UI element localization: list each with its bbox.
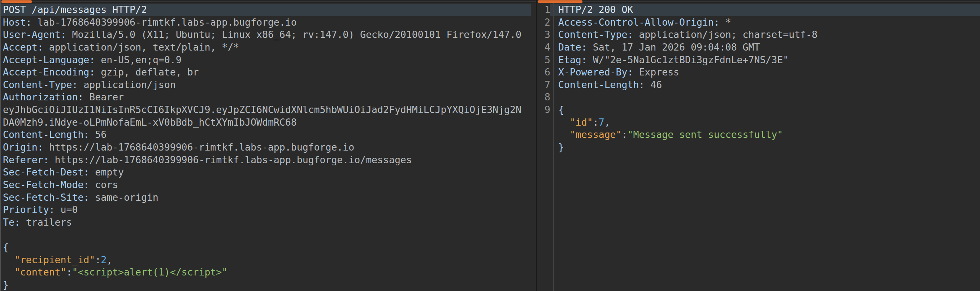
http-message-editor: POST /api/messages HTTP/2Host: lab-17686… <box>0 0 980 291</box>
request-line[interactable]: Referer: https://lab-1768640399906-rimtk… <box>1 154 536 167</box>
code-segment-num: 7 <box>599 117 605 128</box>
line-content: Host: lab-1768640399906-rimtkf.labs-app.… <box>3 16 297 29</box>
request-line[interactable]: Te: trailers <box>1 216 536 229</box>
line-number: 3 <box>537 29 550 41</box>
request-line[interactable]: Content-Length: 56 <box>1 129 536 141</box>
line-content: POST /api/messages HTTP/2 <box>3 3 147 16</box>
code-segment-sep: : <box>593 117 599 128</box>
request-line[interactable]: } <box>1 279 536 291</box>
request-line[interactable] <box>1 229 536 242</box>
response-horizontal-scrollbar[interactable] <box>537 0 980 3</box>
code-segment-hname: Accept-Encoding: <box>3 67 95 78</box>
line-content: Access-Control-Allow-Origin: * <box>550 16 980 29</box>
response-line[interactable]: 3Content-Type: application/json; charset… <box>537 29 980 41</box>
line-content: { <box>550 103 980 116</box>
response-line[interactable]: 4Date: Sat, 17 Jan 2026 09:04:08 GMT <box>537 41 980 54</box>
line-number: 2 <box>537 16 550 29</box>
response-line[interactable]: 9{ <box>537 103 980 116</box>
code-segment-hname: User-Agent: <box>3 29 67 40</box>
code-segment-str: "Message sent successfully" <box>627 129 783 140</box>
line-content: Content-Type: application/json <box>3 79 176 91</box>
code-segment-hval: application/json, text/plain, */* <box>43 41 239 53</box>
code-segment-hval: trailers <box>20 216 72 228</box>
code-segment-hval: Sat, 17 Jan 2026 09:04:08 GMT <box>587 41 760 53</box>
request-scrollbar-thumb[interactable] <box>2 0 32 3</box>
code-segment-hname: X-Powered-By: <box>558 67 633 78</box>
code-segment-hval: empty <box>89 167 124 178</box>
line-content: Referer: https://lab-1768640399906-rimtk… <box>3 154 412 167</box>
response-line[interactable]: 1HTTP/2 200 OK <box>537 3 980 16</box>
line-content: "recipient_id":2, <box>3 254 112 266</box>
code-segment-hname: Priority: <box>3 204 55 215</box>
line-content: } <box>550 141 980 154</box>
line-content: User-Agent: Mozilla/5.0 (X11; Ubuntu; Li… <box>3 29 522 41</box>
line-content: Origin: https://lab-1768640399906-rimtkf… <box>3 141 354 154</box>
request-line[interactable]: Accept-Language: en-US,en;q=0.9 <box>1 54 536 67</box>
request-line[interactable]: Origin: https://lab-1768640399906-rimtkf… <box>1 141 536 154</box>
request-line[interactable]: POST /api/messages HTTP/2 <box>1 3 531 16</box>
code-segment-hname: Content-Length: <box>3 129 89 140</box>
line-number <box>537 141 550 154</box>
code-segment-hval: en-US,en;q=0.9 <box>95 54 181 65</box>
code-segment-hval: gzip, deflate, br <box>95 67 199 78</box>
code-segment-hname: Accept: <box>3 41 43 53</box>
request-line[interactable]: Sec-Fetch-Mode: cors <box>1 179 536 191</box>
line-content: Etag: W/"2e-5Na1Gc1ztBDi3gzFdnLe+7NS/3E" <box>550 54 980 67</box>
response-line[interactable]: 8 <box>537 91 980 103</box>
request-line[interactable]: Host: lab-1768640399906-rimtkf.labs-app.… <box>1 16 536 29</box>
code-segment-sep: , <box>605 117 610 128</box>
code-segment-num: 2 <box>101 254 107 266</box>
code-segment-title: POST /api/messages HTTP/2 <box>3 4 147 15</box>
code-segment-hval: Express <box>633 67 679 78</box>
request-line[interactable]: DA0Mzh9.iNdye-oLPmNofaEmL-xV0bBdb_hCtXYm… <box>1 116 536 129</box>
request-panel: POST /api/messages HTTP/2Host: lab-17686… <box>0 0 536 291</box>
request-line[interactable]: Accept: application/json, text/plain, */… <box>1 41 536 54</box>
code-segment-hname: Etag: <box>558 54 587 65</box>
response-line[interactable]: 5Etag: W/"2e-5Na1Gc1ztBDi3gzFdnLe+7NS/3E… <box>537 54 980 67</box>
code-segment-hval: application/json <box>78 79 175 90</box>
response-line[interactable]: } <box>537 141 980 154</box>
scrollbar-track <box>1 2 536 2</box>
code-segment-hname: Date: <box>558 41 587 53</box>
code-segment-hval: lab-1768640399906-rimtkf.labs-app.bugfor… <box>32 17 297 28</box>
code-segment-hname: Origin: <box>3 142 43 153</box>
response-line[interactable]: 2Access-Control-Allow-Origin: * <box>537 16 980 29</box>
request-line[interactable]: eyJhbGciOiJIUzI1NiIsInR5cCI6IkpXVCJ9.eyJ… <box>1 103 536 116</box>
code-segment-hname: Content-Type: <box>558 29 633 40</box>
code-segment-hname: Authorization: <box>3 91 83 103</box>
request-line[interactable]: Content-Type: application/json <box>1 79 536 91</box>
code-segment-hval: DA0Mzh9.iNdye-oLPmNofaEmL-xV0bBdb_hCtXYm… <box>3 117 297 128</box>
response-line[interactable]: 6X-Powered-By: Express <box>537 66 980 79</box>
line-content: Authorization: Bearer <box>3 91 124 103</box>
code-segment-hname: Te: <box>3 216 20 228</box>
line-number: 4 <box>537 41 550 54</box>
line-content: HTTP/2 200 OK <box>550 3 980 16</box>
request-line[interactable]: "content":"<script>alert(1)</script>" <box>1 266 536 279</box>
response-code-area: 1HTTP/2 200 OK2Access-Control-Allow-Orig… <box>537 3 980 154</box>
request-line[interactable]: Authorization: Bearer <box>1 91 536 103</box>
code-segment-hname: Content-Length: <box>558 79 644 90</box>
response-line[interactable]: "id":7, <box>537 116 980 129</box>
line-content: X-Powered-By: Express <box>550 66 980 79</box>
line-content: Accept-Encoding: gzip, deflate, br <box>3 66 199 79</box>
request-line[interactable]: "recipient_id":2, <box>1 254 536 266</box>
request-line[interactable]: Priority: u=0 <box>1 204 536 216</box>
line-content: eyJhbGciOiJIUzI1NiIsInR5cCI6IkpXVCJ9.eyJ… <box>3 103 522 116</box>
code-segment-hval: application/json; charset=utf-8 <box>633 29 818 40</box>
code-segment-sep: : <box>67 266 72 278</box>
line-number: 5 <box>537 54 550 67</box>
line-content: "content":"<script>alert(1)</script>" <box>3 266 228 279</box>
request-line[interactable]: User-Agent: Mozilla/5.0 (X11; Ubuntu; Li… <box>1 29 536 41</box>
request-line[interactable]: Sec-Fetch-Dest: empty <box>1 166 536 179</box>
request-line[interactable]: { <box>1 241 536 254</box>
code-segment-hval: 46 <box>644 79 662 90</box>
response-line[interactable]: "message":"Message sent successfully" <box>537 129 980 141</box>
request-line[interactable]: Sec-Fetch-Site: same-origin <box>1 191 536 204</box>
request-line[interactable]: Accept-Encoding: gzip, deflate, br <box>1 66 536 79</box>
line-content: Te: trailers <box>3 216 72 229</box>
code-segment-sep: , <box>107 254 112 266</box>
response-scrollbar-thumb[interactable] <box>538 0 582 3</box>
code-segment-hval: 56 <box>89 129 107 140</box>
response-line[interactable]: 7Content-Length: 46 <box>537 79 980 91</box>
request-horizontal-scrollbar[interactable] <box>1 0 536 3</box>
